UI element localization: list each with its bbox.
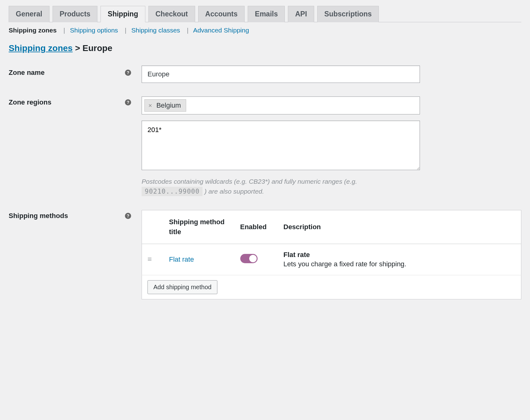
shipping-methods-table: Shipping method title Enabled Descriptio… (142, 210, 521, 299)
column-handle (142, 210, 164, 244)
zone-regions-label: Zone regions (9, 98, 51, 106)
tab-emails[interactable]: Emails (248, 6, 285, 22)
tab-general[interactable]: General (9, 6, 49, 22)
postcodes-hint: Postcodes containing wildcards (e.g. CB2… (142, 177, 420, 196)
subtab-shipping-zones[interactable]: Shipping zones (9, 27, 57, 34)
subtab-advanced-shipping[interactable]: Advanced Shipping (193, 27, 249, 34)
help-icon[interactable]: ? (125, 70, 131, 76)
help-icon[interactable]: ? (125, 213, 131, 219)
remove-tag-icon[interactable]: × (148, 102, 152, 109)
help-icon[interactable]: ? (125, 99, 131, 105)
breadcrumb-current: Europe (83, 43, 112, 53)
tab-products[interactable]: Products (53, 6, 98, 22)
breadcrumb-root-link[interactable]: Shipping zones (9, 43, 73, 53)
zone-regions-select[interactable]: × Belgium (142, 96, 420, 114)
zone-name-input[interactable] (142, 66, 420, 83)
postcodes-textarea[interactable] (142, 121, 420, 170)
hint-text: ) are also supported. (203, 188, 264, 195)
shipping-subtabs: Shipping zones | Shipping options | Ship… (9, 22, 521, 43)
method-title-link[interactable]: Flat rate (169, 255, 194, 263)
subtab-shipping-options[interactable]: Shipping options (70, 27, 118, 34)
hint-code: 90210...99000 (142, 187, 203, 196)
separator: | (125, 27, 126, 34)
add-shipping-method-button[interactable]: Add shipping method (147, 280, 217, 294)
tab-accounts[interactable]: Accounts (198, 6, 245, 22)
column-enabled: Enabled (235, 210, 278, 244)
separator: | (63, 27, 65, 34)
table-row: ≡ Flat rate Flat rate Lets you charge a … (142, 244, 521, 275)
tab-api[interactable]: API (288, 6, 314, 22)
method-desc-body: Lets you charge a fixed rate for shippin… (284, 260, 516, 268)
tab-shipping[interactable]: Shipping (100, 6, 145, 22)
settings-tabs: General Products Shipping Checkout Accou… (9, 6, 521, 22)
toggle-knob (249, 255, 257, 262)
zone-name-label: Zone name (9, 69, 45, 77)
separator: | (187, 27, 188, 34)
hint-text: Postcodes containing wildcards (e.g. CB2… (142, 178, 357, 185)
breadcrumb-separator: > (75, 43, 80, 53)
region-tag: × Belgium (144, 99, 186, 112)
tab-subscriptions[interactable]: Subscriptions (317, 6, 379, 22)
column-description: Description (278, 210, 521, 244)
shipping-methods-label: Shipping methods (9, 212, 68, 220)
region-tag-label: Belgium (156, 101, 181, 109)
drag-handle-icon[interactable]: ≡ (147, 258, 152, 260)
enabled-toggle[interactable] (240, 254, 258, 263)
column-title: Shipping method title (164, 210, 235, 244)
breadcrumb: Shipping zones > Europe (9, 43, 521, 53)
subtab-shipping-classes[interactable]: Shipping classes (131, 27, 180, 34)
tab-checkout[interactable]: Checkout (148, 6, 195, 22)
method-desc-title: Flat rate (284, 251, 516, 259)
